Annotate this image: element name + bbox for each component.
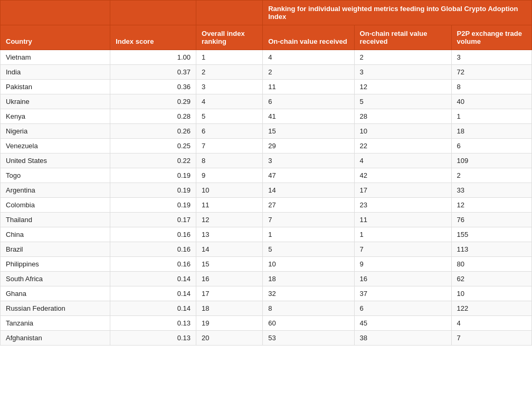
cell-retail: 1 (354, 227, 451, 242)
cell-country: Colombia (1, 198, 110, 213)
cell-onchain: 6 (263, 94, 354, 109)
cell-p2p: 155 (451, 227, 531, 242)
table-row: Venezuela0.25729226 (1, 139, 532, 154)
cell-onchain: 1 (263, 227, 354, 242)
cell-overall: 18 (196, 301, 263, 316)
col-header-p2p: P2P exchange trade volume (451, 25, 531, 50)
cell-onchain: 10 (263, 257, 354, 272)
table-row: Colombia0.1911272312 (1, 198, 532, 213)
cell-overall: 12 (196, 213, 263, 227)
cell-country: Afghanistan (1, 331, 110, 346)
cell-retail: 37 (354, 286, 451, 301)
cell-overall: 2 (196, 65, 263, 80)
cell-p2p: 33 (451, 183, 531, 198)
table-row: Brazil0.161457113 (1, 242, 532, 257)
cell-country: Pakistan (1, 80, 110, 94)
cell-onchain: 3 (263, 154, 354, 168)
cell-overall: 4 (196, 94, 263, 109)
cell-p2p: 6 (451, 139, 531, 154)
cell-onchain: 5 (263, 242, 354, 257)
table-row: Vietnam1.001423 (1, 50, 532, 65)
cell-p2p: 4 (451, 316, 531, 331)
table-row: Togo0.19947422 (1, 168, 532, 183)
table-row: India0.3722372 (1, 65, 532, 80)
cell-overall: 16 (196, 272, 263, 286)
cell-country: Venezuela (1, 139, 110, 154)
cell-country: United States (1, 154, 110, 168)
cell-p2p: 12 (451, 198, 531, 213)
cell-onchain: 2 (263, 65, 354, 80)
cell-index: 0.13 (110, 316, 196, 331)
cell-retail: 3 (354, 65, 451, 80)
cell-onchain: 60 (263, 316, 354, 331)
table-row: Kenya0.28541281 (1, 109, 532, 124)
cell-overall: 9 (196, 168, 263, 183)
cell-retail: 11 (354, 213, 451, 227)
cell-p2p: 113 (451, 242, 531, 257)
cell-index: 0.14 (110, 272, 196, 286)
table-row: Pakistan0.36311128 (1, 80, 532, 94)
cell-index: 0.19 (110, 183, 196, 198)
cell-country: Nigeria (1, 124, 110, 139)
cell-country: Russian Federation (1, 301, 110, 316)
cell-overall: 8 (196, 154, 263, 168)
cell-overall: 15 (196, 257, 263, 272)
cell-country: Ghana (1, 286, 110, 301)
cell-index: 0.26 (110, 124, 196, 139)
table-row: South Africa0.1416181662 (1, 272, 532, 286)
cell-index: 0.16 (110, 227, 196, 242)
cell-country: Ukraine (1, 94, 110, 109)
cell-p2p: 3 (451, 50, 531, 65)
cell-overall: 1 (196, 50, 263, 65)
cell-retail: 28 (354, 109, 451, 124)
cell-index: 0.29 (110, 94, 196, 109)
table-row: United States0.22834109 (1, 154, 532, 168)
cell-retail: 22 (354, 139, 451, 154)
cell-overall: 3 (196, 80, 263, 94)
cell-index: 0.16 (110, 242, 196, 257)
cell-overall: 11 (196, 198, 263, 213)
cell-onchain: 29 (263, 139, 354, 154)
cell-index: 0.13 (110, 331, 196, 346)
cell-retail: 9 (354, 257, 451, 272)
cell-p2p: 80 (451, 257, 531, 272)
cell-overall: 6 (196, 124, 263, 139)
col-header-index: Index score (110, 25, 196, 50)
col-header-country: Country (1, 25, 110, 50)
table-row: Nigeria0.266151018 (1, 124, 532, 139)
cell-onchain: 15 (263, 124, 354, 139)
cell-onchain: 8 (263, 301, 354, 316)
cell-retail: 45 (354, 316, 451, 331)
cell-overall: 19 (196, 316, 263, 331)
cell-retail: 2 (354, 50, 451, 65)
cell-retail: 23 (354, 198, 451, 213)
cell-country: Thailand (1, 213, 110, 227)
cell-retail: 12 (354, 80, 451, 94)
empty-overall-header (196, 1, 263, 25)
cell-p2p: 76 (451, 213, 531, 227)
col-header-overall: Overall index ranking (196, 25, 263, 50)
cell-retail: 16 (354, 272, 451, 286)
cell-onchain: 41 (263, 109, 354, 124)
cell-country: Togo (1, 168, 110, 183)
cell-index: 0.22 (110, 154, 196, 168)
cell-index: 0.16 (110, 257, 196, 272)
cell-p2p: 62 (451, 272, 531, 286)
cell-retail: 6 (354, 301, 451, 316)
cell-country: Brazil (1, 242, 110, 257)
cell-retail: 17 (354, 183, 451, 198)
crypto-adoption-table: Ranking for individual weighted metrics … (0, 0, 532, 346)
cell-retail: 10 (354, 124, 451, 139)
cell-index: 0.19 (110, 168, 196, 183)
cell-retail: 7 (354, 242, 451, 257)
cell-index: 0.28 (110, 109, 196, 124)
cell-onchain: 14 (263, 183, 354, 198)
table-row: Ghana0.1417323710 (1, 286, 532, 301)
cell-overall: 13 (196, 227, 263, 242)
cell-country: Vietnam (1, 50, 110, 65)
empty-index-header (110, 1, 196, 25)
cell-p2p: 10 (451, 286, 531, 301)
cell-overall: 14 (196, 242, 263, 257)
cell-overall: 10 (196, 183, 263, 198)
cell-index: 0.19 (110, 198, 196, 213)
